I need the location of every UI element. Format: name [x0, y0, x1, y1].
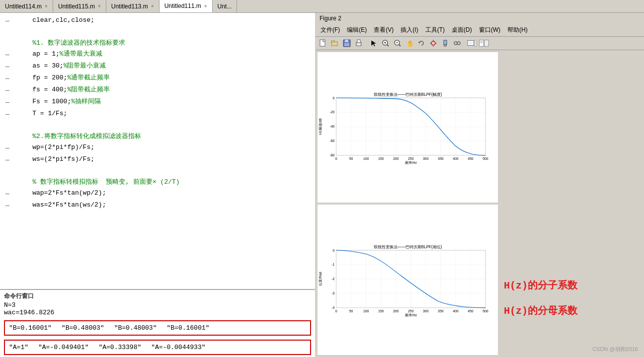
svg-line-13	[387, 45, 389, 46]
code-line: — wp=(2*pi*fp)/Fs;	[0, 142, 315, 154]
command-window: 命令行窗口 N=3 wac=1946.8226	[0, 289, 315, 318]
chart2-container: 双线性变换法——巴特沃斯BLPF(相位)	[318, 205, 498, 355]
toolbar-pan-btn[interactable]: ✋	[404, 38, 415, 49]
code-line: — was=2*Fs*tan(ws/2);	[0, 200, 315, 212]
code-line: %2.将数字指标转化成模拟滤波器指标	[0, 131, 315, 142]
code-line: — as = 30;%阻带最小衰减	[0, 61, 315, 72]
menu-edit[interactable]: 编辑(E)	[344, 25, 370, 35]
svg-text:✋: ✋	[406, 40, 413, 47]
svg-text:位度/Rad: 位度/Rad	[319, 272, 322, 286]
toolbar-brush-btn[interactable]	[440, 38, 451, 49]
line-content: clear,clc,close;	[15, 15, 315, 26]
svg-text:频率/Hz: 频率/Hz	[405, 161, 417, 165]
svg-point-26	[454, 42, 457, 45]
code-line: — ws=(2*pi*fs)/Fs;	[0, 154, 315, 166]
tab-untitled114[interactable]: Untitled114.m ×	[0, 0, 53, 12]
code-area[interactable]: — clear,clc,close; %1. 数字滤波器的技术指标要求 — ap…	[0, 13, 315, 289]
menu-file[interactable]: 文件(F)	[318, 25, 343, 35]
b-coeff-3: ″B=0.16001″	[166, 324, 209, 332]
svg-text:50: 50	[349, 309, 353, 313]
svg-text:300: 300	[423, 157, 429, 160]
line-indicator	[0, 177, 15, 178]
svg-text:500: 500	[483, 157, 488, 160]
chart1-container: 双线性变换法——巴特沃斯BLPF(幅度)	[318, 52, 498, 203]
toolbar-cursor-btn[interactable]	[368, 38, 379, 49]
csdn-credit: CSDN @胡刚2016	[592, 346, 638, 353]
figure-panel: Figure 2 文件(F) 编辑(E) 查看(V) 插入(I) 工具(T) 桌…	[316, 13, 644, 357]
svg-rect-5	[344, 43, 349, 46]
menu-tools[interactable]: 工具(T)	[422, 25, 448, 35]
svg-text:-60: -60	[329, 139, 334, 143]
line-content: ws=(2*pi*fs)/Fs;	[15, 154, 315, 165]
command-window-title: 命令行窗口	[4, 292, 311, 300]
cmd-output-n: N=3	[4, 301, 311, 309]
toolbar-datacursor-btn[interactable]	[428, 38, 439, 49]
menu-window[interactable]: 窗口(W)	[476, 25, 503, 35]
line-content: %1. 数字滤波器的技术指标要求	[15, 38, 315, 49]
tab-close-icon[interactable]: ×	[204, 3, 207, 9]
tab-label: Untitled115.m	[58, 3, 95, 10]
svg-text:H1幅值/dB: H1幅值/dB	[319, 118, 322, 135]
code-panel: — clear,clc,close; %1. 数字滤波器的技术指标要求 — ap…	[0, 13, 316, 357]
b-coeff-2: ″B=0.48003″	[114, 324, 157, 332]
toolbar-link-btn[interactable]	[452, 38, 463, 49]
hz-numerator-label: H(z)的分子系数	[504, 279, 636, 292]
line-indicator: —	[0, 142, 15, 154]
svg-text:150: 150	[378, 309, 384, 313]
tab-unt[interactable]: Unt...	[213, 0, 238, 12]
toolbar-print-btn[interactable]	[353, 38, 364, 49]
toolbar-inspector-btn[interactable]	[479, 38, 489, 49]
charts-and-labels: 双线性变换法——巴特沃斯BLPF(幅度)	[316, 50, 644, 357]
right-labels-area: H(z)的分子系数 H(z)的分母系数	[500, 50, 644, 357]
tab-close-icon[interactable]: ×	[151, 3, 154, 9]
line-content: wap=2*Fs*tan(wp/2);	[15, 188, 315, 199]
main-content: — clear,clc,close; %1. 数字滤波器的技术指标要求 — ap…	[0, 13, 644, 357]
line-content: %2.将数字指标转化成模拟滤波器指标	[15, 131, 315, 142]
svg-rect-24	[444, 40, 447, 45]
figure-title: Figure 2	[320, 15, 341, 22]
charts-area: 双线性变换法——巴特沃斯BLPF(幅度)	[316, 50, 500, 357]
line-content: T = 1/Fs;	[15, 108, 315, 119]
svg-rect-30	[469, 41, 473, 44]
menu-help[interactable]: 帮助(H)	[504, 25, 531, 35]
tab-close-icon[interactable]: ×	[98, 3, 101, 9]
line-content: as = 30;%阻带最小衰减	[15, 61, 315, 71]
tab-untitled111[interactable]: Untitled111.m ×	[160, 0, 213, 12]
svg-text:-80: -80	[329, 153, 334, 157]
tab-untitled115[interactable]: Untitled115.m ×	[53, 0, 106, 12]
toolbar-rotate-btn[interactable]	[416, 38, 427, 49]
svg-rect-32	[480, 40, 483, 47]
toolbar-zoom-in-btn[interactable]	[380, 38, 391, 49]
svg-rect-4	[345, 40, 348, 42]
output-box-a: ″A=1″ ″A=-0.049401″ ″A=0.33398″ ″A=-0.00…	[4, 340, 311, 355]
line-content: wp=(2*pi*fp)/Fs;	[15, 142, 315, 153]
figure-title-bar: Figure 2	[316, 13, 644, 24]
hz-denominator-label: H(z)的分母系数	[504, 304, 636, 317]
toolbar-save-btn[interactable]	[341, 38, 352, 49]
tab-close-icon[interactable]: ×	[45, 3, 48, 9]
line-content: % 数字指标转模拟指标 预畸变, 前面要× (2/T)	[15, 177, 315, 188]
line-indicator	[0, 120, 15, 121]
svg-rect-2	[331, 41, 334, 42]
toolbar-printpreview-btn[interactable]	[467, 38, 478, 49]
svg-rect-33	[484, 40, 488, 47]
line-content: fp = 200;%通带截止频率	[15, 72, 315, 83]
toolbar-open-btn[interactable]	[329, 38, 340, 49]
svg-point-27	[457, 42, 460, 45]
svg-text:450: 450	[468, 309, 474, 313]
menu-insert[interactable]: 插入(I)	[398, 25, 421, 35]
menu-view[interactable]: 查看(V)	[371, 25, 397, 35]
chart1-svg: 双线性变换法——巴特沃斯BLPF(幅度)	[318, 52, 498, 203]
tab-bar: Untitled114.m × Untitled115.m × Untitled…	[0, 0, 644, 13]
svg-rect-25	[444, 45, 446, 46]
tab-label: Unt...	[218, 3, 232, 10]
toolbar-new-btn[interactable]	[318, 38, 328, 49]
line-content: ap = 1;%通带最大衰减	[15, 49, 315, 60]
line-indicator	[0, 38, 15, 39]
toolbar-zoom-out-btn[interactable]	[392, 38, 403, 49]
menu-desktop[interactable]: 桌面(D)	[449, 25, 475, 35]
code-line: — wap=2*Fs*tan(wp/2);	[0, 188, 315, 200]
tab-untitled113[interactable]: Untitled113.m ×	[106, 0, 160, 12]
svg-rect-7	[357, 40, 360, 43]
svg-marker-9	[371, 40, 377, 47]
